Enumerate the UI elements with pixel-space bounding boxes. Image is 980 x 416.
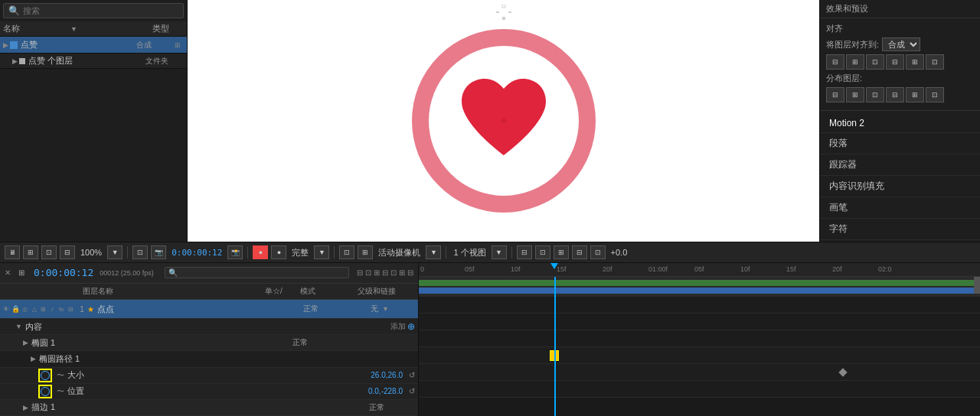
align-to-select[interactable]: 合成 [882,37,920,51]
mask-btn[interactable]: ⊟ [60,245,75,259]
tl-btn1[interactable]: ⊟ [357,268,363,277]
distribute-bottom-btn[interactable]: ⊡ [926,87,944,102]
tl-row-layer1[interactable]: 👁 🔒 ◎ △ ⊞ / fx ⊟ 1 ★ 点点 正常 无 ▼ [0,300,418,319]
rect-btn2[interactable]: ⊞ [358,245,373,259]
tl-btn7[interactable]: ⊟ [407,268,413,277]
tl-search-bar[interactable]: 🔍 [165,267,349,278]
timeline-area: ✕ ⊞ 0:00:00:12 00012 (25.00 fps) 🔍 ⊟ ⊡ ⊞… [0,263,980,416]
color-mode-btn[interactable]: ● [253,245,268,259]
tl-timecode: 0:00:00:12 [34,267,93,278]
zoom-dropdown[interactable]: ▼ [107,245,122,259]
rect-btn[interactable]: ⊡ [339,245,354,259]
menu-item-motion2[interactable]: Motion 2 [820,114,980,133]
position-keyframe-diamond[interactable] [838,368,847,376]
quality-dropdown[interactable]: ▼ [314,245,329,259]
tl-btn4[interactable]: ⊟ [382,268,388,277]
views-dropdown[interactable]: ▼ [492,245,507,259]
quality-icon[interactable]: / [48,304,56,314]
menu-item-tracker[interactable]: 跟踪器 [820,154,980,176]
ellipse-path-expand-icon[interactable]: ▶ [31,355,36,362]
tl-name-col-header: 图层名称 [80,286,262,297]
comp-icon [10,41,18,49]
lock-icon[interactable]: 🔒 [11,304,20,314]
safe-frame-btn[interactable]: ⊡ [41,245,57,259]
render-btn5[interactable]: ⊡ [590,245,606,259]
frame-blend-icon[interactable]: ⊟ [67,304,74,314]
track-scroll-handle[interactable] [974,277,980,294]
left-panel: 🔍 名称 ▼ 类型 ▶ 点赞 合成 ⊞ ▶ 点赞 个图层 文件夹 [0,0,188,242]
playhead-triangle [550,263,558,269]
name-col-header: 名称 [3,23,70,34]
render-btn2[interactable]: ⊡ [535,245,550,259]
tl-btn5[interactable]: ⊡ [390,268,397,277]
tl-btn3[interactable]: ⊞ [374,268,380,277]
align-bottom-btn[interactable]: ⊡ [926,54,944,70]
distribute-top-btn[interactable]: ⊟ [886,87,904,102]
color-mode-btn2[interactable]: ● [271,245,286,259]
visibility-icon[interactable]: 👁 [2,304,10,314]
sep-5 [511,246,512,258]
tl-btn2[interactable]: ⊡ [365,268,371,277]
region-btn[interactable]: ⊡ [132,245,148,259]
content-expand-icon[interactable]: ▼ [15,323,22,330]
top-area: 🔍 名称 ▼ 类型 ▶ 点赞 合成 ⊞ ▶ 点赞 个图层 文件夹 [0,0,980,242]
stroke-expand-icon[interactable]: ▶ [23,404,28,411]
layer-row-0[interactable]: ▶ 点赞 合成 ⊞ [0,37,187,54]
menu-item-content-aware[interactable]: 内容识别填充 [820,176,980,197]
align-top-btn[interactable]: ⊟ [886,54,904,70]
tl-row-stroke: ▶ 描边 1 正常 [0,400,418,416]
align-center-h-btn[interactable]: ⊞ [846,54,864,70]
distribute-label: 分布图层: [826,73,974,84]
tl-search-input[interactable] [178,268,345,277]
render-btn4[interactable]: ⊟ [572,245,587,259]
collapse-icon[interactable]: ⊞ [40,304,47,314]
left-search-bar[interactable]: 🔍 [3,3,184,18]
distribute-right-btn[interactable]: ⊡ [866,87,884,102]
monitor-btn[interactable]: 🖥 [5,245,20,259]
tl-btn6[interactable]: ⊞ [399,268,405,277]
align-right-btn[interactable]: ⊡ [866,54,884,70]
tl-close-btn[interactable]: ✕ [5,268,11,277]
svg-rect-1 [502,5,505,8]
effect-icon[interactable]: fx [57,304,65,314]
svg-point-4 [501,119,506,123]
ruler-1s15f: 15f [786,265,796,273]
position-reset-icon[interactable]: ↺ [409,387,415,395]
shy-icon[interactable]: △ [31,304,38,314]
size-reset-icon[interactable]: ↺ [409,371,415,379]
position-keyframe-btn[interactable] [38,385,52,398]
grid-btn[interactable]: ⊞ [23,245,38,259]
size-value[interactable]: 26.0,26.0 [371,371,403,379]
align-section: 对齐 将图层对齐到: 合成 ⊟ ⊞ ⊡ ⊟ ⊞ ⊡ 分布图层: ⊟ ⊞ ⊡ ⊟ [820,18,980,111]
size-playhead [554,347,556,364]
distribute-left-btn[interactable]: ⊟ [826,87,844,102]
size-keyframe-btn[interactable] [38,369,52,382]
distribute-center-h-btn[interactable]: ⊞ [846,87,864,102]
ellipse-expand-icon[interactable]: ▶ [23,339,28,346]
menu-item-brush[interactable]: 画笔 [820,197,980,219]
render-btn3[interactable]: ⊞ [554,245,569,259]
layer-row-1[interactable]: ▶ 点赞 个图层 文件夹 [0,54,187,69]
track-layer1 [419,277,980,297]
menu-item-paragraph[interactable]: 段落 [820,133,980,154]
render-btn[interactable]: ⊟ [517,245,532,259]
preview-area [188,0,819,242]
align-center-v-btn[interactable]: ⊞ [906,54,924,70]
track-bar-layer1-blue [419,288,980,294]
camera-icon-btn[interactable]: 📸 [227,245,243,259]
layer-type-1: 文件夹 [145,56,184,67]
position-value[interactable]: 0.0,-228.0 [368,387,403,395]
pos-anim-icon: 〜 [57,386,64,397]
snapshot-btn[interactable]: 📷 [151,245,166,259]
camera-dropdown[interactable]: ▼ [426,245,441,259]
tl-toolbar-icons: ⊟ ⊡ ⊞ ⊟ ⊡ ⊞ ⊟ [357,268,413,277]
add-btn[interactable]: ⊕ [407,321,415,332]
align-left-btn[interactable]: ⊟ [826,54,844,70]
menu-item-character[interactable]: 字符 [820,219,980,240]
solo-icon[interactable]: ◎ [21,304,29,314]
distribute-center-v-btn[interactable]: ⊞ [906,87,924,102]
tl-fps: 00012 (25.00 fps) [100,269,154,277]
left-search-input[interactable] [23,6,178,15]
align-to-label: 将图层对齐到: [826,39,879,50]
heart-preview [404,21,603,220]
